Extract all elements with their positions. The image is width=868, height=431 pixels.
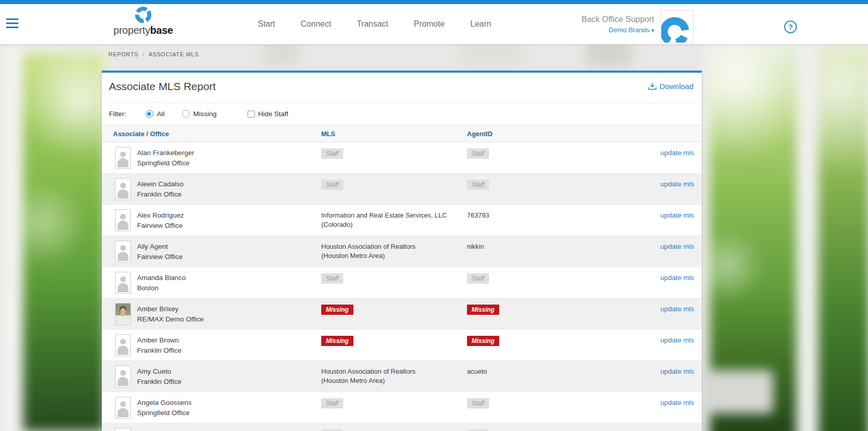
mls-cell: Houston Association of Realtors(Houston … <box>321 236 467 261</box>
staff-badge: Staff <box>321 148 343 159</box>
associate-avatar <box>115 428 131 431</box>
download-icon <box>648 82 657 91</box>
nav-item-promote[interactable]: Promote <box>414 19 444 29</box>
person-silhouette-icon <box>120 214 126 220</box>
filter-bar: Filter: All Missing Hide Staff <box>102 103 702 118</box>
breadcrumb-associate-mls[interactable]: ASSOCIATE MLS <box>148 51 198 57</box>
propertybase-logo[interactable]: propertybase <box>102 6 184 36</box>
update-mls-link[interactable]: update mls <box>660 205 694 219</box>
associate-name: Angela Goossens <box>137 398 321 407</box>
associate-name: Amy Cueto <box>137 367 321 376</box>
associate-office: Springfield Office <box>137 408 321 418</box>
associate-avatar <box>115 272 131 294</box>
mls-cell: Staff <box>321 392 467 408</box>
mls-cell: Missing <box>321 298 467 315</box>
help-icon[interactable]: ? <box>784 20 797 33</box>
mls-cell: Information and Real Estate Services, LL… <box>321 205 467 229</box>
associate-table-body: Alan Frankeberger Springfield Office Sta… <box>102 142 702 431</box>
associate-avatar <box>115 178 131 200</box>
propertybase-logo-icon <box>135 6 152 24</box>
app-header: propertybase Start Connect Transact Prom… <box>0 4 868 45</box>
agent-id-cell: Staff <box>467 392 638 408</box>
associate-avatar <box>115 397 131 419</box>
agent-id-cell: nikkin <box>467 236 638 251</box>
update-mls-link[interactable]: update mls <box>660 142 694 157</box>
breadcrumb-separator: / <box>143 51 145 57</box>
filter-radio-all-label[interactable]: All <box>157 110 165 118</box>
chevron-down-icon: ▾ <box>651 27 654 33</box>
user-name: Back Office Support <box>521 14 654 25</box>
nav-item-connect[interactable]: Connect <box>301 19 331 29</box>
table-header: Associate / Office MLS AgentID <box>102 125 702 142</box>
associate-avatar <box>115 209 131 231</box>
associate-name: Aleein Cadalso <box>137 180 321 189</box>
report-card: Associate MLS Report Download Filter: Al… <box>102 71 702 431</box>
associate-avatar <box>115 365 131 387</box>
column-agent-id[interactable]: AgentID <box>467 130 638 138</box>
update-mls-link[interactable]: update mls <box>660 392 694 406</box>
associate-table: Associate / Office MLS AgentID Alan Fran… <box>102 125 702 431</box>
staff-badge: Staff <box>321 180 343 190</box>
filter-radio-all[interactable] <box>146 110 153 118</box>
associate-avatar <box>115 334 131 356</box>
associate-office: Springfield Office <box>137 159 321 168</box>
update-mls-link[interactable]: update mls <box>660 236 694 250</box>
hide-staff-label[interactable]: Hide Staff <box>258 110 288 118</box>
table-row: Amber Brixey RE/MAX Demo Office Missing … <box>102 298 702 330</box>
associate-name: Ally Agent <box>137 242 321 251</box>
org-dropdown[interactable]: Demo Brands ▾ <box>521 25 654 35</box>
nav-item-start[interactable]: Start <box>258 19 275 29</box>
hamburger-menu-icon[interactable] <box>6 18 18 30</box>
staff-badge: Staff <box>467 273 489 284</box>
update-mls-link[interactable]: update mls <box>660 361 694 375</box>
hide-staff-checkbox[interactable] <box>248 111 255 118</box>
top-accent-bar <box>0 0 868 4</box>
agent-id-cell: Staff <box>467 142 638 159</box>
associate-name: Amber Brown <box>137 336 321 345</box>
associate-name: Alex Rodriguez <box>137 211 321 220</box>
table-row: Amber Brown Franklin Office Missing Miss… <box>102 330 702 361</box>
column-associate-office[interactable]: Associate / Office <box>113 130 321 138</box>
column-mls[interactable]: MLS <box>321 130 467 138</box>
person-silhouette-icon <box>120 152 126 157</box>
filter-radio-missing-label[interactable]: Missing <box>193 110 217 118</box>
agent-id-cell: Missing <box>467 330 638 346</box>
page-title: Associate MLS Report <box>109 80 216 93</box>
staff-badge: Staff <box>467 180 489 190</box>
associate-office: Franklin Office <box>137 190 321 199</box>
person-silhouette-icon <box>120 370 126 376</box>
mls-cell: Staff <box>321 267 467 284</box>
update-mls-link[interactable]: update mls <box>660 267 694 282</box>
table-row-partial <box>102 423 702 431</box>
download-link[interactable]: Download <box>648 82 694 91</box>
staff-badge: Staff <box>321 398 343 408</box>
associate-office: Fairview Office <box>137 221 321 230</box>
update-mls-link[interactable]: update mls <box>660 174 694 188</box>
nav-item-learn[interactable]: Learn <box>471 19 492 29</box>
associate-name: Alan Frankeberger <box>137 148 321 158</box>
nav-item-transact[interactable]: Transact <box>357 19 388 29</box>
filter-radio-missing[interactable] <box>182 110 190 118</box>
associate-office: Franklin Office <box>137 377 321 386</box>
staff-badge: Staff <box>467 398 489 408</box>
associate-avatar <box>115 241 131 263</box>
mls-cell: Houston Association of Realtors(Houston … <box>321 361 467 385</box>
update-mls-link[interactable]: update mls <box>660 330 694 344</box>
user-block: Back Office Support Demo Brands ▾ <box>521 14 654 35</box>
associate-avatar <box>115 303 131 325</box>
associate-name: Amber Brixey <box>137 305 321 314</box>
agent-id-cell: Missing <box>467 298 638 315</box>
update-mls-link[interactable]: update mls <box>660 298 694 313</box>
propertybase-wordmark: propertybase <box>114 25 173 36</box>
main-nav: Start Connect Transact Promote Learn <box>258 19 491 29</box>
person-silhouette-icon <box>120 183 126 188</box>
missing-badge: Missing <box>321 305 353 315</box>
table-row: Aleein Cadalso Franklin Office Staff Sta… <box>102 174 702 205</box>
table-row: Amanda Blanco Boston Staff Staff update … <box>102 267 702 298</box>
breadcrumb-reports[interactable]: REPORTS <box>108 51 139 57</box>
missing-badge: Missing <box>321 336 353 346</box>
table-row: Amy Cueto Franklin Office Houston Associ… <box>102 361 702 392</box>
user-avatar[interactable] <box>661 10 694 43</box>
table-row: Alex Rodriguez Fairview Office Informati… <box>102 205 702 236</box>
person-silhouette-icon <box>120 401 126 407</box>
